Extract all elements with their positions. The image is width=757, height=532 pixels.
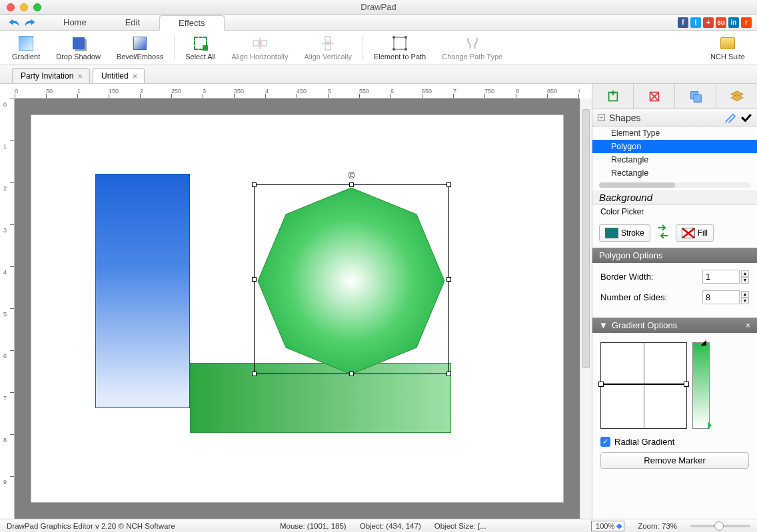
shapes-panel-header[interactable]: − Shapes	[592, 109, 757, 127]
zoom-label: Zoom: 73%	[638, 522, 677, 530]
resize-handle[interactable]	[349, 372, 354, 376]
resize-handle[interactable]	[252, 277, 257, 282]
bevel-emboss-button[interactable]: Bevel/Emboss	[109, 31, 171, 65]
collapse-icon[interactable]: −	[598, 114, 605, 121]
spinner-down-icon[interactable]: ▼	[741, 277, 749, 284]
resize-handle[interactable]	[252, 372, 257, 376]
gradient-options-header[interactable]: ▼ Gradient Options ×	[592, 318, 757, 333]
list-item[interactable]: Rectangle	[592, 153, 757, 166]
gradient-direction-editor[interactable]	[600, 342, 687, 429]
check-icon[interactable]	[741, 113, 752, 123]
add-layer-button[interactable]	[592, 84, 634, 109]
rotate-handle-icon[interactable]: ©	[347, 170, 357, 180]
zoom-slider[interactable]	[690, 525, 750, 527]
align-horizontal-button[interactable]: Align Horizontally	[223, 31, 296, 65]
close-icon[interactable]: ×	[746, 321, 750, 330]
minimize-window-button[interactable]	[20, 3, 28, 11]
gradient-handle[interactable]	[598, 382, 604, 387]
shapes-list: Element Type Polygon Rectangle Rectangle	[592, 127, 757, 190]
close-icon[interactable]: ×	[77, 72, 83, 81]
change-path-type-button[interactable]: Change Path Type	[434, 31, 510, 65]
radial-gradient-checkbox[interactable]: ✓	[600, 437, 610, 447]
svg-marker-21	[730, 95, 742, 101]
doc-tab-party-invitation[interactable]: Party Invitation ×	[12, 68, 90, 83]
resize-handle[interactable]	[349, 182, 354, 187]
status-bar: DrawPad Graphics Editor v 2.20 © NCH Sof…	[0, 519, 757, 532]
status-object-size: Object Size: [...	[434, 522, 486, 530]
sides-label: Number of Sides:	[600, 292, 667, 302]
swap-colors-button[interactable]	[656, 224, 670, 242]
shape-blue-rectangle[interactable]	[95, 174, 190, 408]
zoom-select[interactable]: 100%	[591, 521, 624, 531]
list-item[interactable]: Polygon	[592, 140, 757, 153]
stumbleupon-icon[interactable]: su	[716, 17, 726, 28]
status-object: Object: (434, 147)	[360, 522, 421, 530]
tab-effects[interactable]: Effects	[159, 15, 225, 31]
layer-stack-button[interactable]	[716, 84, 757, 109]
pen-icon[interactable]	[725, 113, 737, 123]
close-icon[interactable]: ×	[133, 72, 138, 81]
list-item[interactable]: Rectangle	[592, 166, 757, 180]
close-window-button[interactable]	[7, 3, 15, 11]
scrollbar-thumb[interactable]	[599, 182, 675, 188]
zoom-slider-knob[interactable]	[714, 521, 724, 531]
gradient-button[interactable]: Gradient	[4, 31, 48, 65]
resize-handle[interactable]	[446, 182, 451, 187]
remove-marker-button[interactable]: Remove Marker	[600, 452, 749, 469]
spinner-up-icon[interactable]: ▲	[741, 270, 749, 277]
separator-icon	[174, 35, 175, 61]
delete-layer-button[interactable]	[634, 84, 675, 109]
reddit-icon[interactable]: r	[741, 17, 752, 28]
gradient-handle[interactable]	[684, 382, 689, 387]
resize-handle[interactable]	[446, 277, 451, 282]
ribbon-toolbar: Gradient Drop Shadow Bevel/Emboss Select…	[0, 31, 757, 65]
spinner-up-icon[interactable]: ▲	[741, 291, 749, 298]
tab-home[interactable]: Home	[44, 15, 106, 30]
stroke-color-button[interactable]: Stroke	[599, 224, 650, 242]
resize-handle[interactable]	[252, 182, 257, 187]
element-to-path-icon	[392, 35, 408, 51]
duplicate-layer-button[interactable]	[675, 84, 716, 109]
nch-suite-button[interactable]: NCH Suite	[702, 31, 753, 65]
separator-icon	[363, 35, 363, 61]
undo-icon[interactable]	[8, 18, 20, 27]
element-to-path-button[interactable]: Element to Path	[366, 31, 434, 65]
color-picker-label: Color Picker	[592, 205, 757, 218]
svg-rect-0	[253, 41, 259, 46]
sides-input[interactable]	[702, 290, 740, 304]
horizontal-ruler: 050115022503350445055506650775088509	[15, 84, 580, 99]
fill-color-button[interactable]: Fill	[676, 224, 714, 242]
canvas-page[interactable]: ©	[31, 115, 564, 503]
gradient-strip[interactable]	[692, 342, 710, 429]
svg-rect-6	[394, 37, 406, 49]
tab-edit[interactable]: Edit	[106, 15, 159, 30]
scrollbar-thumb[interactable]	[582, 109, 590, 368]
gradient-icon	[18, 35, 34, 51]
align-horizontal-icon	[252, 35, 268, 51]
svg-rect-3	[325, 37, 331, 42]
status-mouse: Mouse: (1001, 185)	[280, 522, 347, 530]
border-width-input[interactable]	[702, 270, 740, 284]
horizontal-scrollbar[interactable]	[599, 182, 750, 188]
linkedin-icon[interactable]: in	[728, 17, 739, 28]
svg-rect-19	[694, 95, 701, 102]
polygon-options-header: Polygon Options	[592, 248, 757, 263]
gradient-marker[interactable]	[701, 340, 712, 352]
gradient-marker[interactable]	[708, 421, 716, 429]
resize-handle[interactable]	[446, 372, 451, 376]
twitter-icon[interactable]: t	[690, 17, 701, 28]
select-all-button[interactable]: Select All	[177, 31, 223, 65]
canvas-area: 050115022503350445055506650775088509 012…	[0, 84, 592, 519]
spinner-down-icon[interactable]: ▼	[741, 298, 749, 304]
zoom-window-button[interactable]	[33, 3, 41, 11]
background-section-header: Background	[592, 190, 757, 205]
doc-tab-label: Untitled	[101, 71, 129, 81]
redo-icon[interactable]	[24, 18, 36, 27]
doc-tab-untitled[interactable]: Untitled ×	[93, 68, 145, 83]
selection-box[interactable]: ©	[254, 184, 449, 374]
drop-shadow-button[interactable]: Drop Shadow	[48, 31, 109, 65]
vertical-scrollbar[interactable]	[580, 99, 592, 519]
facebook-icon[interactable]: f	[678, 17, 688, 28]
align-vertical-button[interactable]: Align Vertically	[296, 31, 360, 65]
google-plus-icon[interactable]: +	[703, 17, 714, 28]
